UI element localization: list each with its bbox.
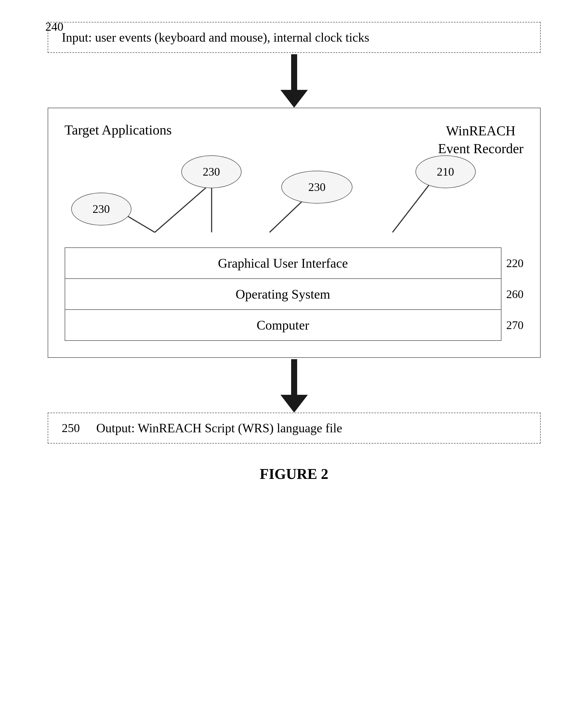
main-box: Target Applications WinREACH Event Recor… (48, 108, 541, 358)
ellipse-210: 210 (416, 155, 476, 188)
arrow-shaft-top (291, 54, 297, 90)
arrow-down-top (280, 53, 308, 108)
ellipse-230c-label: 230 (308, 181, 326, 194)
computer-label: Computer (257, 318, 309, 332)
output-box-text: Output: WinREACH Script (WRS) language f… (97, 421, 342, 435)
ellipse-230b: 230 (71, 192, 131, 225)
output-box: 250 Output: WinREACH Script (WRS) langua… (48, 413, 541, 444)
input-box-text: Input: user events (keyboard and mouse),… (62, 30, 370, 44)
stacked-boxes: Graphical User Interface 220 Operating S… (65, 247, 524, 341)
main-box-label-right: WinREACH Event Recorder (438, 122, 523, 158)
stack-row-os: Operating System 260 (65, 279, 524, 310)
os-ref: 260 (506, 288, 524, 301)
gui-label: Graphical User Interface (218, 256, 348, 270)
figure-caption: FIGURE 2 (260, 466, 328, 482)
input-box: 240 Input: user events (keyboard and mou… (48, 22, 541, 53)
arrow-head-top (280, 90, 308, 108)
stack-row-gui: Graphical User Interface 220 (65, 247, 524, 279)
os-label: Operating System (235, 287, 330, 301)
input-box-label: 240 (45, 20, 64, 34)
computer-ref: 270 (506, 318, 524, 332)
ellipse-230c: 230 (281, 171, 353, 204)
arrow-down-bottom (280, 358, 308, 413)
ellipse-210-label: 210 (437, 165, 454, 178)
ellipse-230b-label: 230 (92, 203, 110, 215)
output-box-label: 250 (62, 421, 80, 435)
page-container: 240 Input: user events (keyboard and mou… (0, 0, 588, 720)
gui-ref: 220 (506, 257, 524, 270)
ellipses-area: 230 230 230 210 (65, 154, 524, 242)
stack-row-computer: Computer 270 (65, 309, 524, 341)
ellipse-230a: 230 (181, 155, 241, 188)
stack-box-os: Operating System (65, 279, 501, 310)
svg-line-3 (393, 183, 431, 232)
svg-line-4 (155, 183, 212, 232)
arrow-head-bottom (280, 395, 308, 413)
stack-box-gui: Graphical User Interface (65, 247, 501, 279)
arrow-shaft-bottom (291, 359, 297, 395)
ellipse-230a-label: 230 (203, 165, 220, 178)
stack-box-computer: Computer (65, 309, 501, 341)
